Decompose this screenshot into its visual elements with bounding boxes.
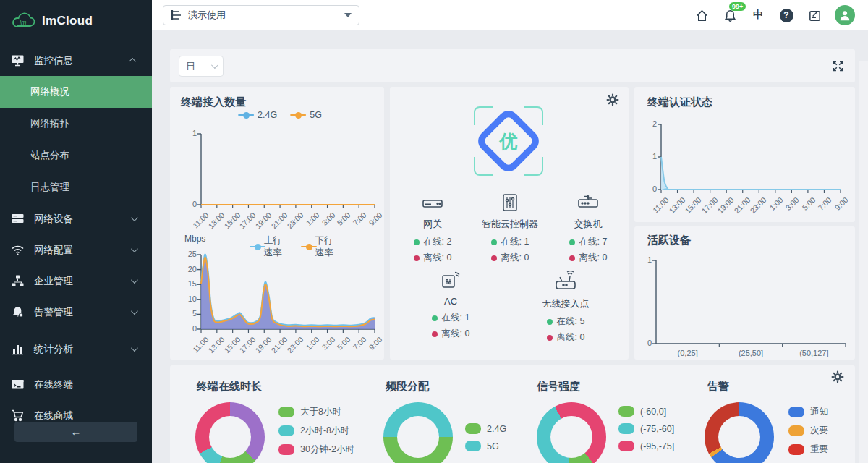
fullscreen-icon[interactable] bbox=[830, 59, 845, 73]
y-tick-label: 0 bbox=[174, 324, 197, 333]
legend-item[interactable]: (-75,-60] bbox=[618, 423, 674, 434]
legend-item[interactable]: 次要 bbox=[788, 425, 828, 437]
legend-label: 重要 bbox=[810, 443, 828, 456]
period-value: 日 bbox=[186, 60, 195, 73]
legend-chip bbox=[278, 407, 294, 417]
legend-chip bbox=[788, 444, 804, 455]
legend-item[interactable]: 30分钟-2小时 bbox=[278, 443, 354, 456]
legend-item[interactable]: (-60,0] bbox=[618, 406, 674, 417]
sidebar-item-monitoring-info[interactable]: 监控信息 bbox=[0, 45, 152, 76]
legend-item[interactable]: 通知 bbox=[788, 406, 828, 418]
x-tick-label: 17:00 bbox=[238, 211, 258, 230]
x-tick-label: 9:00 bbox=[367, 211, 384, 227]
sidebar-collapse-button[interactable]: ← bbox=[14, 422, 137, 442]
legend-label: 30分钟-2小时 bbox=[300, 443, 354, 456]
legend-label: 通知 bbox=[810, 406, 828, 418]
main-content: 日 终端接入数量2.4G5G0111:0013:0015:0017:0019:0… bbox=[152, 30, 868, 463]
donut-legend: 通知次要重要 bbox=[788, 406, 828, 462]
cart-icon bbox=[10, 409, 25, 423]
x-tick-label: 5:00 bbox=[336, 335, 352, 352]
online-text: 在线: 5 bbox=[557, 315, 585, 328]
y-tick-label: 20 bbox=[174, 265, 197, 273]
donut-chart-band-allocation bbox=[383, 402, 453, 463]
auth-status-panel: 终端认证状态01211:0013:0015:0017:0019:0021:002… bbox=[634, 87, 855, 222]
sidebar-item-alarm-management[interactable]: 告警管理 bbox=[0, 297, 152, 328]
legend-item[interactable]: 5G bbox=[290, 110, 322, 120]
legend-item[interactable]: 5G bbox=[465, 441, 506, 451]
x-tick-label: 21:00 bbox=[269, 335, 289, 354]
legend-item[interactable]: 大于8小时 bbox=[278, 406, 354, 418]
sidebar-subitem-site-distribution[interactable]: 站点分布 bbox=[0, 140, 152, 171]
device-name: AC bbox=[404, 296, 498, 307]
offline-dot bbox=[491, 255, 497, 261]
x-tick-label: 11:00 bbox=[191, 335, 210, 354]
health-grade-badge: 优 bbox=[474, 106, 543, 176]
scrollbar-track[interactable] bbox=[859, 61, 868, 463]
notification-badge: 99+ bbox=[729, 2, 746, 11]
settings-gear-icon[interactable] bbox=[830, 370, 845, 384]
y-tick-label: 2 bbox=[634, 119, 657, 128]
legend-item[interactable]: 重要 bbox=[788, 443, 828, 456]
chevron-down-icon bbox=[131, 344, 138, 352]
sidebar-subitem-network-overview[interactable]: 网络概况 bbox=[0, 76, 152, 108]
sidebar-item-enterprise-management[interactable]: 企业管理 bbox=[0, 266, 152, 297]
distribution-panel: 终端在线时长大于8小时2小时-8小时30分钟-2小时频段分配2.4G5G信号强度… bbox=[170, 365, 855, 463]
bar-chart-icon bbox=[10, 342, 25, 357]
x-tick-label: 15:00 bbox=[222, 211, 242, 230]
filter-bar: 日 bbox=[170, 49, 855, 82]
donut-chart-signal-strength bbox=[537, 402, 606, 463]
feedback-icon[interactable] bbox=[807, 7, 822, 23]
site-selector[interactable]: 演示使用 bbox=[163, 5, 359, 25]
active-devices-panel: 活跃设备01(0,25](25,50](50,127] bbox=[634, 226, 855, 360]
sidebar-subitem-log-management[interactable]: 日志管理 bbox=[0, 171, 152, 203]
x-tick-label: 7:00 bbox=[352, 335, 368, 352]
x-tick-label: 13:00 bbox=[667, 195, 686, 215]
legend-label: 2.4G bbox=[258, 110, 277, 120]
bell-icon[interactable]: 99+ bbox=[722, 7, 738, 23]
server-icon bbox=[10, 212, 25, 226]
x-tick-label: 7:00 bbox=[817, 195, 833, 212]
online-dot bbox=[414, 239, 420, 245]
sidebar-item-label: 在线商城 bbox=[34, 409, 139, 422]
legend-dot bbox=[243, 112, 250, 119]
sidebar-item-label: 告警管理 bbox=[34, 306, 131, 319]
period-selector[interactable]: 日 bbox=[179, 56, 224, 77]
caret-down-icon bbox=[344, 13, 352, 17]
legend-label: (-95,-75] bbox=[640, 441, 674, 451]
sidebar-item-statistics-analysis[interactable]: 统计分析 bbox=[0, 334, 152, 365]
corner-bracket bbox=[474, 106, 493, 125]
y-tick-label: 25 bbox=[174, 250, 197, 258]
legend-marker bbox=[250, 244, 260, 250]
language-toggle[interactable]: 中 bbox=[750, 7, 766, 23]
chart-terminal-access bbox=[201, 134, 375, 205]
corner-bracket bbox=[524, 106, 543, 125]
help-icon[interactable]: ? bbox=[778, 7, 794, 23]
logo[interactable]: lm ImCloud bbox=[0, 0, 152, 42]
offline-text: 离线: 0 bbox=[442, 328, 470, 340]
legend-item[interactable]: 2.4G bbox=[465, 423, 506, 434]
avatar[interactable] bbox=[835, 5, 855, 25]
terminal-access-panel: 终端接入数量2.4G5G0111:0013:0015:0017:0019:002… bbox=[170, 87, 384, 360]
legend-chip bbox=[788, 407, 804, 417]
offline-text: 离线: 0 bbox=[557, 331, 585, 344]
sidebar-subitem-network-topology[interactable]: 网络拓扑 bbox=[0, 108, 152, 140]
legend-label: (-60,0] bbox=[640, 407, 666, 417]
x-category-label: (50,127] bbox=[799, 349, 828, 357]
legend-chip bbox=[278, 425, 294, 436]
legend-item[interactable]: 2.4G bbox=[238, 110, 277, 120]
legend-item[interactable]: (-95,-75] bbox=[618, 441, 674, 451]
sidebar-item-online-terminals[interactable]: 在线终端 bbox=[0, 369, 152, 400]
sidebar-item-network-config[interactable]: 网络配置 bbox=[0, 234, 152, 266]
legend-item[interactable]: 2小时-8小时 bbox=[278, 425, 354, 437]
settings-gear-icon[interactable] bbox=[605, 93, 620, 107]
home-icon[interactable] bbox=[694, 7, 710, 23]
terminal-icon bbox=[10, 378, 25, 392]
sidebar-item-network-devices[interactable]: 网络设备 bbox=[0, 203, 152, 234]
offline-dot bbox=[569, 255, 575, 261]
app-root: { "colors": { "sidebar_bg": "#18242d", "… bbox=[0, 0, 868, 463]
throughput-unit-label: Mbps bbox=[184, 234, 205, 244]
x-tick-label: 19:00 bbox=[254, 211, 273, 230]
sidebar-item-label: 监控信息 bbox=[34, 54, 131, 67]
x-tick-label: 3:00 bbox=[320, 335, 336, 352]
chevron-down-icon bbox=[131, 276, 138, 284]
